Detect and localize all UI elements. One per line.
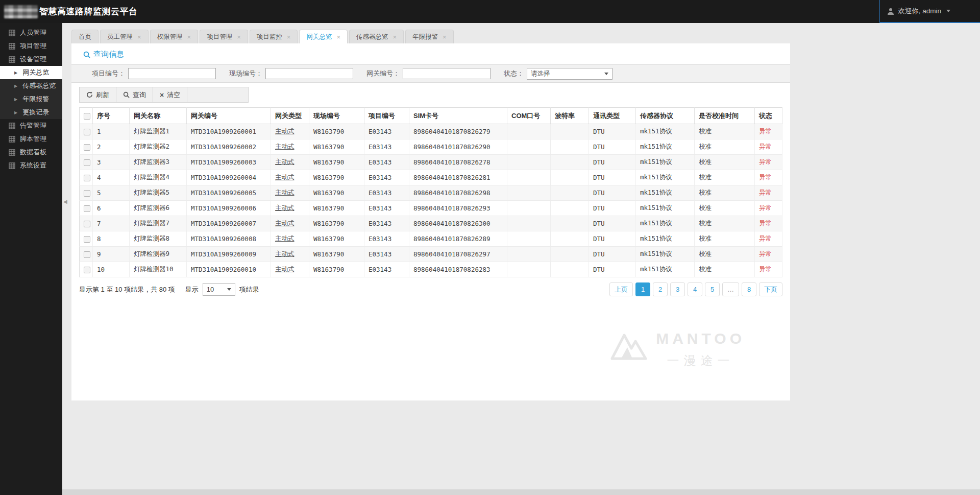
close-icon[interactable]: × (393, 34, 397, 40)
sidebar-item-label: 数据看板 (20, 148, 46, 157)
cell-type[interactable]: 主动式 (271, 262, 309, 277)
tab-item[interactable]: 项目监控× (250, 30, 298, 43)
select-all-checkbox[interactable] (84, 113, 90, 120)
tab-item[interactable]: 传感器总览× (349, 30, 404, 43)
grid-icon (9, 43, 15, 50)
prev-page-button[interactable]: 上页 (609, 282, 633, 296)
tab-item[interactable]: 年限报警× (405, 30, 454, 43)
close-icon[interactable]: × (443, 34, 447, 40)
tab-item[interactable]: 首页 (71, 30, 99, 43)
column-header: 是否校准时间 (695, 108, 755, 124)
cell-type[interactable]: 主动式 (271, 139, 309, 155)
cell-status: 异常 (755, 247, 782, 262)
sidebar-item[interactable]: 告警管理 (0, 119, 62, 132)
close-icon[interactable]: × (237, 34, 241, 40)
row-checkbox[interactable] (84, 129, 90, 135)
close-icon[interactable]: × (287, 34, 291, 40)
close-icon[interactable]: × (187, 34, 191, 40)
cell-calibrated: 校准 (695, 170, 755, 185)
page-button[interactable]: 2 (653, 282, 668, 296)
gateway-table: 序号网关名称网关编号网关类型现场编号项目编号SIM卡号COM口号波特率通讯类型传… (79, 107, 782, 277)
cell-sim: 89860404101870826281 (409, 170, 507, 185)
cell-protocol: mk151协议 (636, 124, 695, 139)
row-checkbox[interactable] (84, 144, 90, 151)
page-button[interactable]: 1 (635, 282, 650, 296)
cell-comm: DTU (589, 201, 636, 216)
page-button[interactable]: 4 (688, 282, 702, 296)
mantoo-logo-icon (609, 330, 649, 362)
sidebar-item[interactable]: 项目管理 (0, 39, 62, 53)
sidebar-item[interactable]: 数据看板 (0, 146, 62, 159)
cell-sim: 89860404101870826300 (409, 216, 507, 231)
cell-project-no: E03143 (364, 262, 409, 277)
cell-sim: 89860404101870826279 (409, 124, 507, 139)
cell-status: 异常 (755, 170, 782, 185)
cell-gateway-no: MTD310A1909260006 (187, 201, 271, 216)
tab-item[interactable]: 项目管理× (200, 30, 248, 43)
table-header-row: 序号网关名称网关编号网关类型现场编号项目编号SIM卡号COM口号波特率通讯类型传… (80, 108, 782, 124)
row-checkbox[interactable] (84, 205, 90, 212)
row-checkbox[interactable] (84, 251, 90, 258)
sidebar-item[interactable]: 设备管理 (0, 53, 62, 66)
tab-active[interactable]: 网关总览× (299, 30, 348, 43)
close-icon[interactable]: × (137, 34, 141, 40)
row-checkbox[interactable] (84, 221, 90, 227)
search-button[interactable]: 查询 (116, 87, 153, 102)
row-checkbox-cell (80, 231, 93, 247)
cell-type[interactable]: 主动式 (271, 231, 309, 247)
page-button[interactable]: 8 (742, 282, 756, 296)
watermark-text: MANTOO 一漫途一 (656, 330, 745, 369)
sidebar-collapse-handle[interactable]: ◀ (63, 199, 67, 204)
query-section-title: 查询信息 (71, 43, 790, 64)
page-button[interactable]: 3 (670, 282, 685, 296)
tab-item[interactable]: 权限管理× (150, 30, 199, 43)
cell-type[interactable]: 主动式 (271, 185, 309, 201)
cell-baud (551, 185, 589, 201)
row-checkbox[interactable] (84, 267, 90, 273)
cell-baud (551, 231, 589, 247)
search-icon (83, 51, 90, 58)
row-checkbox[interactable] (84, 175, 90, 181)
user-menu[interactable]: 欢迎你, admin (879, 0, 980, 23)
close-icon[interactable]: × (336, 34, 340, 40)
cell-no: 8 (93, 231, 130, 247)
row-checkbox[interactable] (84, 190, 90, 197)
cell-type[interactable]: 主动式 (271, 247, 309, 262)
page-size-select[interactable]: 10 (203, 283, 235, 296)
cell-type[interactable]: 主动式 (271, 170, 309, 185)
cell-site-no: W8163790 (309, 201, 364, 216)
tab-item[interactable]: 员工管理× (100, 30, 149, 43)
cell-baud (551, 216, 589, 231)
sidebar-subitem[interactable]: ▶更换记录 (0, 106, 62, 119)
cell-project-no: E03143 (364, 216, 409, 231)
site-no-input[interactable] (265, 68, 353, 79)
cell-type[interactable]: 主动式 (271, 155, 309, 170)
cell-gateway-no: MTD310A1909260005 (187, 185, 271, 201)
cell-no: 5 (93, 185, 130, 201)
sidebar-item[interactable]: 系统设置 (0, 159, 62, 172)
status-select[interactable]: 请选择 (527, 68, 612, 80)
cell-type[interactable]: 主动式 (271, 124, 309, 139)
grid-icon (9, 162, 15, 169)
table-row: 9灯牌检测器9MTD310A1909260009主动式W8163790E0314… (80, 247, 782, 262)
sidebar-subitem[interactable]: ▶传感器总览 (0, 79, 62, 92)
sidebar-item[interactable]: 脚本管理 (0, 132, 62, 146)
cell-project-no: E03143 (364, 170, 409, 185)
cell-type[interactable]: 主动式 (271, 201, 309, 216)
refresh-button[interactable]: 刷新 (80, 87, 116, 102)
row-checkbox[interactable] (84, 159, 90, 166)
project-no-input[interactable] (128, 68, 216, 79)
next-page-button[interactable]: 下页 (759, 282, 782, 296)
cell-type[interactable]: 主动式 (271, 216, 309, 231)
sidebar-item[interactable]: 人员管理 (0, 26, 62, 39)
sidebar-subitem[interactable]: ▶网关总览 (0, 66, 62, 79)
page-button[interactable]: 5 (705, 282, 720, 296)
sidebar-subitem[interactable]: ▶年限报警 (0, 92, 62, 106)
watermark-subtitle: 一漫途一 (667, 352, 734, 369)
gateway-no-input[interactable] (403, 68, 491, 79)
dropdown-caret-icon (604, 73, 608, 75)
clear-button[interactable]: × 清空 (153, 87, 187, 102)
refresh-icon (86, 91, 93, 98)
row-checkbox[interactable] (84, 236, 90, 243)
cell-comm: DTU (589, 155, 636, 170)
